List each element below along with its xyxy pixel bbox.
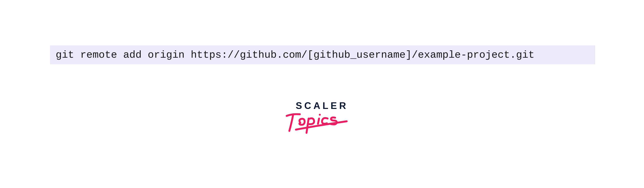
logo-topics-svg: .topics-path { fill: none; stroke: #e91e… xyxy=(282,107,362,134)
code-block: git remote add origin https://github.com… xyxy=(50,45,595,64)
svg-point-0 xyxy=(319,114,321,116)
scaler-topics-logo: SCALER .topics-path { fill: none; stroke… xyxy=(282,100,362,134)
code-command-text: git remote add origin https://github.com… xyxy=(56,49,534,61)
